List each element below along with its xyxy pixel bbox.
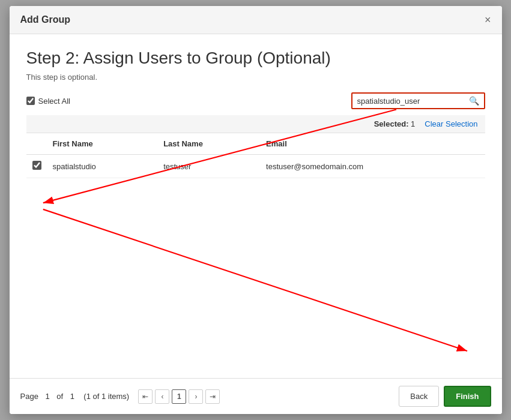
selected-count: Selected: 1	[374, 119, 416, 128]
col-checkbox	[26, 133, 48, 155]
select-all-label[interactable]: Select All	[26, 97, 70, 106]
finish-button[interactable]: Finish	[444, 386, 491, 407]
table-row: spatialstudio testuser testuser@somedoma…	[26, 155, 485, 178]
page-label: Page	[20, 392, 38, 401]
svg-line-2	[43, 209, 467, 351]
page-number-button[interactable]: 1	[172, 389, 186, 404]
col-first-name: First Name	[48, 133, 159, 155]
select-all-text: Select All	[38, 97, 70, 106]
row-checkbox[interactable]	[32, 161, 41, 170]
close-button[interactable]: ×	[485, 14, 491, 25]
col-last-name: Last Name	[159, 133, 261, 155]
annotation-arrows	[10, 34, 502, 378]
modal-body: Step 2: Assign Users to Group (Optional)…	[10, 34, 502, 378]
search-input[interactable]	[357, 97, 465, 106]
modal-header: Add Group ×	[10, 6, 502, 34]
user-table: First Name Last Name Email spatialstudio…	[26, 133, 485, 178]
pagination: Page 1 of 1 (1 of 1 items) ⇤ ‹ 1 › ⇥	[20, 389, 220, 404]
select-all-checkbox[interactable]	[26, 97, 35, 105]
modal-title: Add Group	[20, 14, 71, 25]
modal: Add Group × Step 2: Assign Users to Grou…	[10, 6, 502, 414]
selection-bar: Selected: 1 Clear Selection	[26, 115, 485, 133]
of-label: of	[56, 392, 63, 401]
table-header-row: First Name Last Name Email	[26, 133, 485, 155]
cell-last-name: testuser	[159, 155, 261, 178]
action-buttons: Back Finish	[399, 386, 491, 407]
step-description: This step is optional.	[26, 73, 485, 82]
items-label: (1 of 1 items)	[83, 392, 129, 401]
controls-row: Select All 🔍	[26, 92, 485, 109]
modal-overlay: Add Group × Step 2: Assign Users to Grou…	[0, 0, 511, 420]
last-page-button[interactable]: ⇥	[205, 389, 220, 404]
back-button[interactable]: Back	[399, 386, 439, 407]
current-page-text: 1	[46, 392, 50, 401]
clear-selection-button[interactable]: Clear Selection	[425, 119, 477, 128]
search-box: 🔍	[351, 92, 485, 109]
step-title: Step 2: Assign Users to Group (Optional)	[26, 49, 485, 68]
prev-page-button[interactable]: ‹	[155, 389, 169, 404]
col-email: Email	[261, 133, 485, 155]
search-icon: 🔍	[469, 96, 479, 106]
modal-footer: Page 1 of 1 (1 of 1 items) ⇤ ‹ 1 › ⇥ Bac…	[10, 378, 502, 414]
cell-first-name: spatialstudio	[48, 155, 159, 178]
first-page-button[interactable]: ⇤	[138, 389, 153, 404]
next-page-button[interactable]: ›	[189, 389, 203, 404]
cell-email: testuser@somedomain.com	[261, 155, 485, 178]
total-pages: 1	[70, 392, 74, 401]
row-checkbox-cell	[26, 155, 48, 178]
